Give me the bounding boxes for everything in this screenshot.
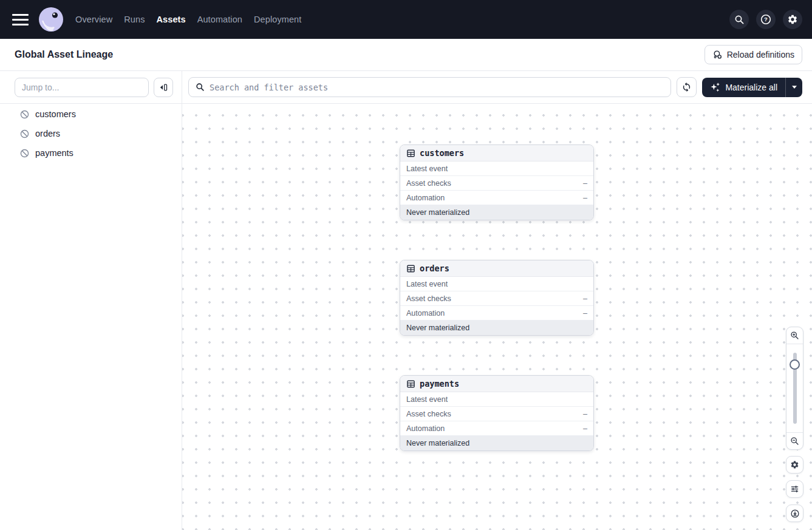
- reload-definitions-button[interactable]: Reload definitions: [705, 45, 802, 64]
- materialize-all-split-button: Materialize all: [702, 78, 802, 97]
- latest-event-row: Latest event: [400, 161, 593, 176]
- no-materialization-icon: [19, 109, 30, 120]
- nav-link-assets[interactable]: Assets: [156, 15, 185, 24]
- asset-checks-row: Asset checks –: [400, 291, 593, 306]
- asset-checks-row: Asset checks –: [400, 407, 593, 421]
- asset-node-header: orders: [400, 260, 593, 277]
- graph-settings-button[interactable]: [786, 456, 803, 474]
- nav-search-button[interactable]: [729, 10, 749, 29]
- row-value: –: [583, 424, 587, 433]
- sidebar-toolbar: [0, 71, 182, 103]
- row-label: Latest event: [406, 395, 448, 404]
- sparkle-icon: [710, 82, 720, 92]
- asset-search-box[interactable]: [188, 77, 671, 97]
- help-icon: ?: [760, 14, 771, 25]
- asset-name: customers: [420, 148, 464, 158]
- zoom-in-icon: [790, 331, 799, 340]
- gear-icon: [787, 14, 798, 25]
- search-icon: [196, 83, 205, 92]
- sidebar-item-label: customers: [35, 109, 76, 119]
- table-icon: [406, 379, 415, 389]
- nav-right-actions: ?: [729, 10, 802, 29]
- nav-link-deployment[interactable]: Deployment: [254, 15, 301, 24]
- nav-settings-button[interactable]: [783, 10, 802, 29]
- asset-name: payments: [420, 379, 459, 389]
- zoom-out-icon: [790, 437, 799, 446]
- tune-icon: [790, 484, 799, 494]
- asset-checks-row: Asset checks –: [400, 176, 593, 191]
- toolbar-row: Materialize all: [0, 71, 812, 104]
- row-value: –: [583, 309, 587, 318]
- row-value: –: [583, 410, 587, 418]
- code-location-icon: [712, 50, 722, 59]
- content-area: customers orders payments: [0, 104, 812, 530]
- reload-definitions-label: Reload definitions: [727, 50, 794, 59]
- collapse-sidebar-button[interactable]: [154, 78, 173, 97]
- sidebar-item-customers[interactable]: customers: [0, 104, 182, 124]
- latest-event-row: Latest event: [400, 277, 593, 291]
- graph-filter-button[interactable]: [786, 480, 803, 498]
- jump-to-input[interactable]: [15, 78, 149, 97]
- hamburger-menu-icon[interactable]: [12, 11, 29, 28]
- row-label: Automation: [406, 194, 445, 202]
- collapse-panel-icon: [159, 83, 168, 92]
- graph-toolbar: Materialize all: [182, 71, 812, 103]
- automation-row: Automation –: [400, 421, 593, 436]
- zoom-in-button[interactable]: [786, 327, 803, 344]
- materialize-dropdown-button[interactable]: [785, 78, 802, 97]
- row-label: Asset checks: [406, 179, 451, 188]
- nav-help-button[interactable]: ?: [756, 10, 776, 29]
- download-graph-button[interactable]: [786, 505, 803, 522]
- materialization-status: Never materialized: [400, 205, 593, 220]
- row-value: –: [583, 294, 587, 303]
- materialization-status: Never materialized: [400, 321, 593, 335]
- dagster-logo-icon: [39, 7, 63, 32]
- svg-text:?: ?: [764, 16, 768, 22]
- automation-row: Automation –: [400, 191, 593, 205]
- zoom-slider-handle[interactable]: [790, 359, 800, 370]
- row-label: Asset checks: [406, 410, 451, 418]
- materialize-all-button[interactable]: Materialize all: [702, 78, 785, 97]
- top-navbar: Overview Runs Assets Automation Deployme…: [0, 0, 812, 39]
- sidebar-item-label: orders: [35, 129, 60, 138]
- asset-list-sidebar: customers orders payments: [0, 104, 182, 530]
- nav-links: Overview Runs Assets Automation Deployme…: [75, 15, 301, 24]
- asset-node-orders[interactable]: orders Latest event Asset checks – Autom…: [400, 260, 594, 336]
- page-header: Global Asset Lineage Reload definitions: [0, 39, 812, 71]
- sidebar-item-label: payments: [35, 148, 73, 158]
- page-title: Global Asset Lineage: [15, 49, 113, 60]
- materialization-status: Never materialized: [400, 436, 593, 450]
- no-materialization-icon: [19, 129, 30, 139]
- gear-icon: [790, 460, 799, 469]
- sidebar-item-payments[interactable]: payments: [0, 143, 182, 163]
- lineage-canvas[interactable]: customers Latest event Asset checks – Au…: [182, 104, 812, 530]
- row-value: –: [583, 179, 587, 188]
- caret-down-icon: [791, 85, 797, 89]
- materialize-all-label: Materialize all: [725, 83, 777, 92]
- zoom-out-button[interactable]: [786, 432, 803, 449]
- row-label: Automation: [406, 309, 445, 318]
- zoom-slider[interactable]: [786, 344, 803, 432]
- table-icon: [406, 264, 415, 273]
- asset-name: orders: [420, 263, 449, 273]
- nav-link-overview[interactable]: Overview: [75, 15, 112, 24]
- table-icon: [406, 149, 415, 158]
- asset-node-customers[interactable]: customers Latest event Asset checks – Au…: [400, 144, 594, 220]
- refresh-button[interactable]: [677, 77, 697, 97]
- automation-row: Automation –: [400, 306, 593, 321]
- row-label: Automation: [406, 424, 445, 433]
- nav-link-runs[interactable]: Runs: [124, 15, 145, 24]
- download-icon: [790, 509, 800, 518]
- sidebar-item-orders[interactable]: orders: [0, 124, 182, 143]
- asset-node-header: payments: [400, 376, 593, 392]
- row-label: Latest event: [406, 165, 448, 173]
- latest-event-row: Latest event: [400, 392, 593, 407]
- refresh-icon: [681, 82, 692, 92]
- nav-link-automation[interactable]: Automation: [197, 15, 242, 24]
- asset-search-input[interactable]: [210, 83, 664, 92]
- row-label: Asset checks: [406, 294, 451, 303]
- row-value: –: [583, 194, 587, 202]
- asset-node-payments[interactable]: payments Latest event Asset checks – Aut…: [400, 375, 594, 451]
- asset-node-header: customers: [400, 145, 593, 161]
- row-label: Latest event: [406, 280, 448, 288]
